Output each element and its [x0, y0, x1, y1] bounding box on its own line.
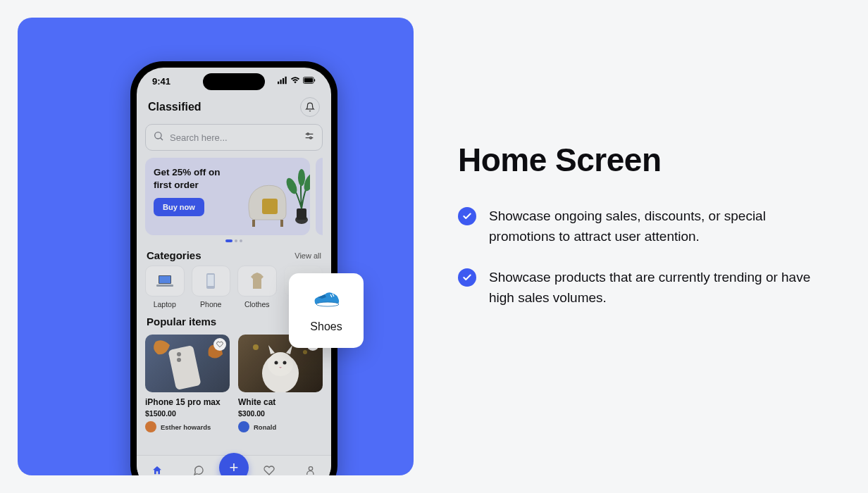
- callout-category-shoes: Shoes: [289, 273, 364, 348]
- nav-home[interactable]: Home: [137, 465, 178, 476]
- svg-point-28: [177, 358, 181, 362]
- svg-point-7: [155, 132, 161, 139]
- notifications-button[interactable]: [300, 97, 320, 117]
- search-icon: [153, 130, 164, 144]
- category-laptop[interactable]: Laptop: [145, 266, 185, 308]
- popular-title: Popular items: [147, 316, 216, 327]
- favorite-button[interactable]: [213, 338, 226, 351]
- svg-rect-6: [314, 79, 315, 81]
- svg-rect-20: [280, 220, 283, 227]
- svg-point-29: [253, 344, 259, 350]
- svg-point-33: [275, 361, 278, 365]
- product-card[interactable]: White cat $300.00 Ronald: [238, 335, 323, 432]
- app-header: Classified: [137, 94, 331, 124]
- svg-point-10: [307, 133, 309, 135]
- svg-point-27: [177, 352, 181, 356]
- seller-name: Esther howards: [161, 423, 211, 431]
- svg-point-15: [284, 177, 299, 196]
- seller-avatar: [145, 421, 156, 432]
- dynamic-island: [203, 73, 265, 90]
- check-icon: [458, 268, 476, 287]
- svg-rect-14: [297, 208, 306, 220]
- phone-screen: 9:41 Classified: [137, 68, 331, 475]
- svg-rect-22: [159, 276, 170, 283]
- search-placeholder: Search here...: [170, 132, 304, 143]
- view-all-link[interactable]: View all: [294, 251, 321, 260]
- promo-card[interactable]: Get 25% off on first order Buy now: [145, 158, 310, 235]
- product-price: $300.00: [238, 409, 323, 418]
- category-phone[interactable]: Phone: [192, 266, 231, 308]
- app-title: Classified: [148, 101, 202, 113]
- svg-rect-1: [280, 80, 282, 84]
- svg-rect-5: [304, 77, 313, 82]
- product-name: iPhone 15 pro max: [145, 397, 230, 407]
- seller-name: Ronald: [254, 423, 276, 431]
- svg-point-32: [268, 352, 293, 376]
- feature-bullet: Showcase products that are currently tre…: [458, 267, 824, 308]
- product-name: White cat: [238, 397, 323, 407]
- page-title: Home Screen: [458, 141, 824, 179]
- categories-header: Categories View all: [137, 242, 331, 266]
- svg-point-12: [310, 137, 312, 139]
- promo-card-next[interactable]: [316, 158, 323, 235]
- description-panel: Home Screen Showcase ongoing sales, disc…: [458, 141, 824, 328]
- category-clothes[interactable]: Clothes: [237, 266, 277, 308]
- seller-avatar: [238, 421, 249, 432]
- wifi-icon: [290, 75, 300, 87]
- svg-rect-3: [285, 76, 287, 84]
- filter-icon[interactable]: [304, 130, 315, 144]
- search-input[interactable]: Search here...: [145, 124, 323, 151]
- check-icon: [458, 207, 476, 225]
- product-price: $1500.00: [145, 409, 230, 418]
- nav-favorites[interactable]: Favorites: [249, 465, 290, 476]
- svg-line-8: [161, 138, 163, 140]
- nav-profile[interactable]: Profile: [290, 465, 332, 476]
- svg-rect-23: [156, 285, 173, 287]
- svg-rect-2: [283, 77, 284, 83]
- svg-rect-25: [208, 275, 214, 286]
- svg-point-36: [316, 302, 339, 306]
- bullet-text: Showcase ongoing sales, discounts, or sp…: [489, 206, 824, 247]
- bullet-text: Showcase products that are currently tre…: [489, 267, 824, 308]
- signal-icon: [278, 75, 287, 87]
- svg-point-30: [303, 350, 307, 354]
- svg-rect-0: [278, 81, 279, 84]
- svg-point-34: [283, 361, 287, 365]
- promo-image: [237, 165, 310, 232]
- product-image: [145, 335, 230, 392]
- status-time: 9:41: [152, 76, 170, 87]
- categories-title: Categories: [147, 249, 202, 261]
- showcase-panel: 9:41 Classified: [18, 18, 414, 475]
- battery-icon: [303, 74, 316, 89]
- bottom-nav: Home Chats + Favorites Profile: [137, 455, 331, 475]
- phone-frame: 9:41 Classified: [130, 61, 337, 475]
- buy-now-button[interactable]: Buy now: [154, 198, 204, 216]
- feature-bullet: Showcase ongoing sales, discounts, or sp…: [458, 206, 824, 247]
- promo-carousel[interactable]: Get 25% off on first order Buy now: [137, 151, 331, 238]
- svg-point-17: [298, 169, 305, 186]
- promo-title: Get 25% off on first order: [154, 166, 231, 191]
- svg-rect-19: [252, 220, 255, 227]
- svg-point-35: [309, 466, 312, 470]
- product-card[interactable]: iPhone 15 pro max $1500.00 Esther howard…: [145, 335, 230, 432]
- nav-add-button[interactable]: +: [219, 453, 249, 476]
- shoe-icon: [312, 289, 340, 313]
- svg-rect-18: [262, 199, 278, 214]
- callout-label: Shoes: [310, 320, 342, 333]
- nav-chats[interactable]: Chats: [178, 465, 220, 476]
- svg-rect-26: [168, 345, 201, 390]
